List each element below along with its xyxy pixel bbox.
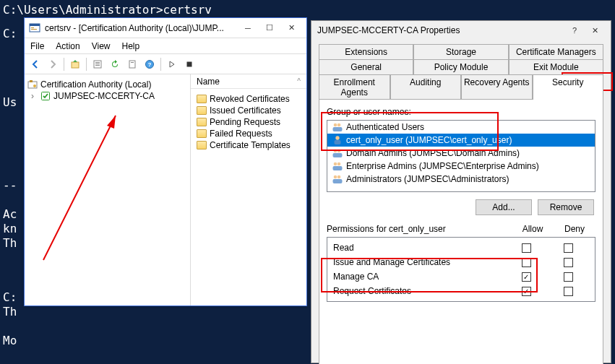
console-fragment: Th [0,303,20,320]
svg-rect-25 [333,153,343,157]
close-button[interactable]: ✕ [585,23,605,38]
tab-storage[interactable]: Storage [413,44,508,59]
allow-checkbox[interactable] [522,258,531,267]
titlebar[interactable]: certsrv - [Certification Authority (Loca… [25,18,306,38]
deny-checkbox[interactable] [564,258,573,267]
list-item-label: Certificate Templates [210,140,291,150]
remove-button[interactable]: Remove [538,199,594,215]
svg-rect-10 [131,62,134,63]
tab-policy-module[interactable]: Policy Module [413,59,508,74]
tree-root[interactable]: Certification Authority (Local) [27,79,187,90]
menu-help[interactable]: Help [116,38,146,54]
tab-strip: Extensions Storage Certificate Managers … [311,40,611,100]
console-fragment: C: [0,25,20,42]
principal-row[interactable]: cert_only_user (JUMPSEC\cert_only_user) [327,134,595,147]
svg-point-23 [334,150,337,153]
ca-root-icon [27,79,38,90]
principals-list[interactable]: Authenticated Users cert_only_user (JUMP… [327,120,595,192]
svg-rect-3 [31,29,37,30]
tab-security[interactable]: Security [533,74,604,100]
svg-point-18 [334,124,337,127]
tree-pane[interactable]: Certification Authority (Local) › JUMPSE… [25,74,191,306]
toolbar: ? [25,54,306,74]
svg-point-19 [337,124,341,127]
tab-general[interactable]: General [319,59,413,74]
list-item[interactable]: Issued Certificates [194,105,304,116]
tab-recovery-agents[interactable]: Recovery Agents [461,74,533,100]
svg-point-30 [337,176,341,179]
tab-exit-module[interactable]: Exit Module [509,59,603,74]
svg-point-21 [335,136,339,139]
perm-row-read: Read [333,240,589,255]
folder-icon [197,106,207,115]
help-button[interactable]: ? [564,23,585,38]
principal-label: Domain Admins (JUMPSEC\Domain Admins) [346,148,520,158]
tab-cert-managers[interactable]: Certificate Managers [509,44,603,59]
allow-checkbox[interactable]: ✓ [522,272,531,282]
security-tab-content: Group or user names: Authenticated Users… [319,99,603,364]
perm-row-issue: Issue and Manage Certificates [333,255,589,269]
group-icon [332,122,343,132]
principal-label: Administrators (JUMPSEC\Administrators) [346,174,509,184]
up-button[interactable] [67,56,83,72]
principal-row[interactable]: Authenticated Users [327,121,595,134]
principal-label: cert_only_user (JUMPSEC\cert_only_user) [346,135,512,145]
column-name[interactable]: Name [197,77,297,87]
list-pane[interactable]: Name ^ Revoked Certificates Issued Certi… [191,74,306,306]
folder-icon [197,118,207,126]
properties-button[interactable] [90,56,106,72]
list-item[interactable]: Certificate Templates [194,139,304,151]
principal-row[interactable]: Domain Admins (JUMPSEC\Domain Admins) [327,147,595,160]
deny-header: Deny [554,224,595,234]
user-icon [332,135,343,145]
tab-extensions[interactable]: Extensions [319,44,413,59]
principal-label: Enterprise Admins (JUMPSEC\Enterprise Ad… [346,161,539,171]
svg-point-29 [334,176,337,179]
forward-button[interactable] [45,56,61,72]
list-item[interactable]: Pending Requests [194,116,304,128]
perm-name: Issue and Manage Certificates [333,257,505,267]
tree-ca-node[interactable]: › JUMPSEC-MCCERTY-CA [27,90,187,102]
allow-checkbox[interactable]: ✓ [522,287,531,296]
list-item[interactable]: Revoked Certificates [194,93,304,105]
deny-checkbox[interactable] [564,243,573,253]
dialog-titlebar[interactable]: JUMPSEC-MCCERTY-CA Properties ? ✕ [311,21,611,40]
allow-checkbox[interactable] [522,243,531,253]
back-button[interactable] [27,56,43,72]
help-button[interactable]: ? [142,56,158,72]
console-fragment: Th [0,235,20,251]
play-button[interactable] [164,56,180,72]
menu-file[interactable]: File [25,38,50,54]
menu-view[interactable]: View [86,38,116,54]
export-button[interactable] [124,56,140,72]
list-item[interactable]: Failed Requests [194,128,304,139]
svg-rect-9 [129,61,135,68]
list-header[interactable]: Name ^ [191,74,306,89]
principal-row[interactable]: Administrators (JUMPSEC\Administrators) [327,173,595,186]
maximize-button[interactable]: ☐ [259,21,280,35]
list-item-label: Failed Requests [210,129,272,139]
principal-label: Authenticated Users [346,122,424,132]
perm-name: Read [333,243,505,253]
permissions-label: Permissions for cert_only_user [327,224,512,234]
tab-auditing[interactable]: Auditing [390,74,462,100]
deny-checkbox[interactable] [564,287,573,296]
minimize-button[interactable]: ─ [237,21,259,35]
expand-icon[interactable]: › [27,91,38,101]
properties-dialog: JUMPSEC-MCCERTY-CA Properties ? ✕ Extens… [311,20,611,363]
menu-action[interactable]: Action [50,38,85,54]
stop-button[interactable] [181,56,197,72]
refresh-button[interactable] [107,56,123,72]
tab-enrollment-agents[interactable]: Enrollment Agents [319,74,390,100]
deny-checkbox[interactable] [564,272,573,282]
console-fragment: Us [0,94,20,110]
tree-root-label: Certification Authority (Local) [40,79,151,90]
svg-rect-13 [187,61,192,66]
app-icon [29,22,40,34]
svg-rect-31 [333,179,343,183]
principal-row[interactable]: Enterprise Admins (JUMPSEC\Enterprise Ad… [327,160,595,173]
ca-icon [40,91,51,101]
svg-rect-15 [30,80,33,82]
close-button[interactable]: ✕ [280,21,302,35]
add-button[interactable]: Add... [476,199,532,215]
